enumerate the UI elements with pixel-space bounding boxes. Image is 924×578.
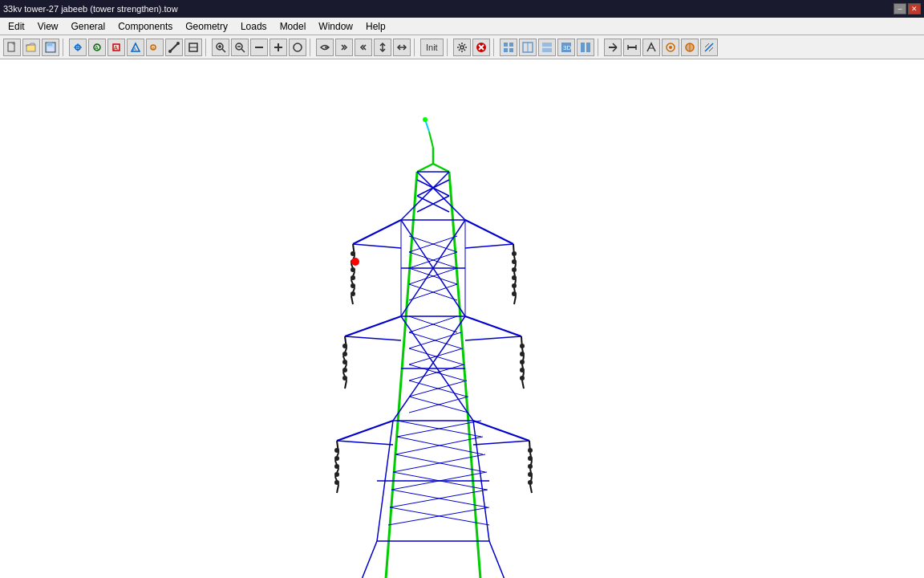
svg-point-175 (342, 352, 347, 356)
svg-point-177 (342, 368, 347, 372)
svg-rect-42 (509, 48, 513, 52)
svg-line-65 (709, 47, 713, 51)
svg-rect-49 (581, 43, 585, 52)
svg-text:A: A (152, 46, 155, 51)
svg-text:A: A (133, 47, 136, 51)
svg-point-165 (512, 275, 517, 280)
svg-point-17 (168, 50, 172, 53)
svg-line-26 (241, 49, 245, 52)
svg-line-63 (705, 43, 713, 51)
svg-point-188 (520, 368, 525, 372)
nav-btn-5[interactable] (393, 39, 411, 56)
extra-btn-2[interactable] (623, 39, 641, 56)
extra-btn-6[interactable] (700, 39, 718, 56)
sep1 (63, 39, 66, 56)
menu-model[interactable]: Model (274, 18, 313, 35)
tower-diagram (0, 59, 924, 578)
menu-view[interactable]: View (31, 18, 65, 35)
minimize-button[interactable]: – (894, 3, 906, 14)
view-mode-2[interactable] (519, 39, 537, 56)
menu-edit[interactable]: Edit (2, 18, 31, 35)
extra-btn-4[interactable] (662, 39, 679, 56)
extra-btn-3[interactable] (642, 39, 660, 56)
menu-components[interactable]: Components (111, 18, 179, 35)
svg-text:3D: 3D (563, 44, 571, 51)
window-title: 33kv tower-27 jabeeb (tower strengthen).… (3, 4, 178, 14)
svg-point-208 (528, 456, 533, 461)
svg-point-209 (528, 464, 533, 469)
svg-point-186 (520, 352, 525, 356)
svg-point-167 (512, 291, 517, 296)
menu-bar: Edit View General Components Geometry Lo… (0, 18, 924, 35)
svg-point-199 (334, 472, 339, 477)
svg-point-164 (512, 267, 517, 272)
svg-rect-39 (504, 43, 508, 47)
svg-point-197 (334, 456, 339, 461)
svg-rect-40 (509, 43, 513, 47)
svg-text:A: A (114, 45, 118, 51)
tool-btn-3[interactable]: A (107, 39, 125, 56)
svg-point-166 (512, 283, 517, 288)
svg-point-187 (520, 360, 525, 364)
svg-point-18 (176, 42, 180, 45)
stop-btn[interactable] (472, 39, 490, 56)
view-mode-4[interactable]: 3D (557, 39, 575, 56)
menu-geometry[interactable]: Geometry (179, 18, 234, 35)
view-mode-3[interactable] (538, 39, 556, 56)
menu-general[interactable]: General (64, 18, 111, 35)
svg-point-154 (351, 291, 355, 296)
sep2 (205, 39, 209, 56)
sep6 (493, 39, 496, 56)
close-button[interactable]: ✕ (908, 3, 921, 14)
open-button[interactable] (22, 39, 40, 56)
zoom-out-button[interactable] (231, 39, 249, 56)
init-button[interactable]: Init (420, 39, 444, 56)
tool-btn-4[interactable]: A (127, 39, 144, 56)
nav-btn-2[interactable] (335, 39, 353, 56)
nav-btn-4[interactable] (374, 39, 391, 56)
svg-point-153 (351, 283, 355, 288)
minus-button[interactable] (250, 39, 268, 56)
view-mode-5[interactable] (577, 39, 594, 56)
svg-point-162 (512, 251, 517, 256)
window-controls: – ✕ (894, 3, 921, 14)
menu-help[interactable]: Help (359, 18, 392, 35)
tool-btn-7[interactable] (184, 39, 202, 56)
svg-rect-4 (47, 47, 54, 51)
nav-btn-1[interactable] (316, 39, 334, 56)
svg-point-200 (334, 480, 339, 485)
zoom-in-button[interactable] (212, 39, 229, 56)
svg-text:A: A (95, 45, 99, 51)
tool-btn-2[interactable]: A (88, 39, 106, 56)
svg-point-212 (351, 258, 359, 266)
extra-btn-5[interactable] (681, 39, 699, 56)
svg-point-174 (342, 344, 347, 348)
menu-window[interactable]: Window (312, 18, 359, 35)
sep3 (310, 39, 313, 56)
new-button[interactable] (3, 39, 21, 56)
extra-btn-1[interactable] (604, 39, 622, 56)
tool-btn-1[interactable] (69, 39, 87, 56)
svg-point-211 (528, 480, 533, 485)
svg-point-213 (423, 117, 428, 122)
svg-line-64 (705, 43, 709, 47)
svg-point-151 (351, 267, 355, 272)
toolbar: A A A A Init (0, 35, 924, 59)
plus-button[interactable] (270, 39, 287, 56)
svg-rect-3 (47, 43, 52, 46)
nav-btn-3[interactable] (355, 39, 372, 56)
svg-point-185 (520, 344, 525, 348)
sep4 (414, 39, 417, 56)
tool-btn-5[interactable]: A (146, 39, 164, 56)
main-viewport[interactable] (0, 59, 924, 578)
fit-button[interactable] (289, 39, 306, 56)
svg-point-198 (334, 464, 339, 469)
svg-rect-1 (26, 45, 35, 51)
tool-btn-6[interactable] (165, 39, 183, 56)
save-button[interactable] (42, 39, 59, 56)
view-mode-1[interactable] (500, 39, 517, 56)
settings-btn[interactable] (453, 39, 471, 56)
menu-loads[interactable]: Loads (234, 18, 274, 35)
svg-rect-50 (586, 43, 590, 52)
svg-rect-41 (504, 48, 508, 52)
